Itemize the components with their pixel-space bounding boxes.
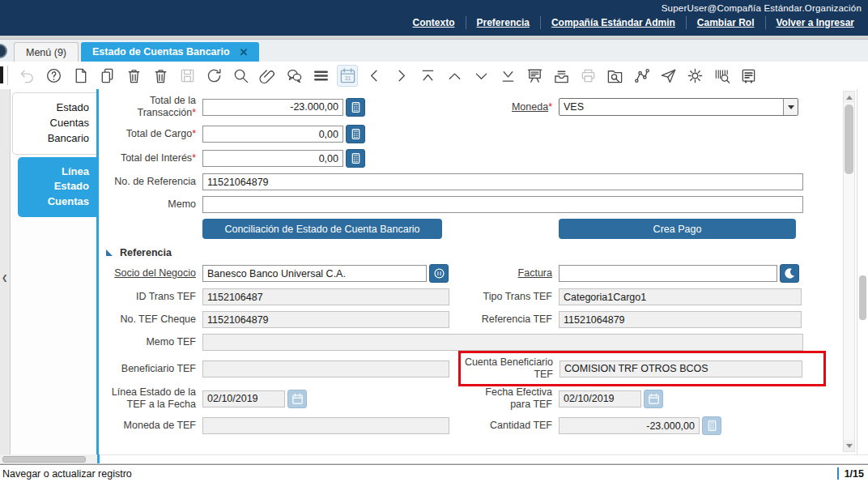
toolbar-chat-button[interactable] bbox=[283, 65, 304, 87]
memo-input[interactable] bbox=[202, 196, 803, 213]
sidebar-tab-estado-cuentas-bancario[interactable]: Estado Cuentas Bancario bbox=[12, 92, 96, 155]
horizontal-scroll-strip bbox=[0, 454, 868, 464]
crea-pago-button[interactable]: Crea Pago bbox=[559, 219, 796, 239]
toolbar-preference-button[interactable] bbox=[684, 65, 705, 87]
topbar-link-volver-a-ingresar[interactable]: Volver a Ingresar bbox=[766, 16, 866, 29]
toolbar-calendar-button: 31 bbox=[337, 65, 358, 87]
topbar-link-cambiar-rol[interactable]: Cambiar Rol bbox=[687, 16, 766, 29]
toolbar-attachment-button[interactable] bbox=[257, 65, 278, 87]
toolbar-report-button[interactable] bbox=[604, 65, 625, 87]
undo-icon bbox=[19, 67, 36, 84]
annotation-red-box: Cuenta Beneficiario TEF bbox=[458, 351, 826, 386]
window-vertical-scrollbar[interactable] bbox=[857, 89, 868, 454]
workflow-icon bbox=[633, 67, 650, 84]
fecha-efectiva-tef-input bbox=[559, 390, 641, 407]
total-cargo-input[interactable] bbox=[202, 126, 343, 143]
id-trans-tef-input bbox=[202, 288, 449, 305]
socio-negocio-info-button[interactable] bbox=[429, 264, 449, 283]
factura-zoom-button[interactable] bbox=[780, 264, 799, 283]
label-factura[interactable]: Factura bbox=[463, 267, 552, 279]
toolbar-find-button[interactable] bbox=[230, 65, 251, 87]
moneda-tef-input bbox=[202, 417, 449, 434]
last-record-icon bbox=[500, 67, 517, 84]
linea-estado-tef-fecha-input bbox=[202, 390, 285, 407]
toolbar-request-button[interactable] bbox=[657, 65, 679, 87]
top-bar: SuperUser@Compañía Estándar.Organización… bbox=[0, 0, 868, 36]
help-icon bbox=[45, 67, 62, 84]
sidebar-tab-linea-estado-cuentas[interactable]: Línea Estado Cuentas bbox=[18, 157, 96, 218]
form-hscroll-track[interactable] bbox=[100, 454, 868, 463]
detail-tab-strip: Estado Cuentas Bancario Línea Estado Cue… bbox=[11, 89, 96, 454]
total-interes-input[interactable] bbox=[202, 150, 343, 167]
toolbar-detail-record-button[interactable] bbox=[390, 65, 411, 87]
label-moneda[interactable]: Moneda* bbox=[463, 101, 552, 113]
refresh-icon bbox=[206, 67, 223, 84]
calendar-icon bbox=[648, 393, 660, 405]
record-separator bbox=[837, 467, 839, 480]
scrollbar-thumb[interactable] bbox=[845, 105, 853, 174]
cantidad-tef-calculator-button bbox=[702, 416, 721, 435]
total-interes-calculator-button[interactable] bbox=[346, 149, 365, 168]
toolbar-archive-button[interactable] bbox=[551, 65, 572, 87]
toolbar-last-record-button[interactable] bbox=[497, 65, 518, 87]
total-cargo-calculator-button[interactable] bbox=[346, 125, 365, 143]
archive-icon bbox=[553, 67, 570, 84]
toolbar-drag-handle[interactable] bbox=[0, 66, 3, 83]
no-referencia-input[interactable] bbox=[202, 173, 803, 190]
toolbar-product-info-button[interactable] bbox=[711, 65, 732, 87]
tab-menu[interactable]: Menú (9) bbox=[14, 42, 79, 62]
toolbar-refresh-button[interactable] bbox=[203, 65, 224, 87]
socio-negocio-input[interactable] bbox=[202, 265, 427, 282]
collapse-triangle-icon bbox=[106, 250, 113, 256]
detail-record-icon bbox=[393, 67, 410, 84]
toolbar-copy-record-button[interactable] bbox=[96, 65, 117, 87]
attachment-icon bbox=[259, 67, 276, 84]
scroll-up-icon[interactable] bbox=[844, 92, 854, 103]
window-tab-bar: Menú (9) Estado de Cuentas Bancario ✕ bbox=[0, 40, 868, 62]
toolbar-delete-selection-button[interactable] bbox=[150, 65, 171, 87]
tab-estado-de-cuentas-bancario[interactable]: Estado de Cuentas Bancario ✕ bbox=[81, 42, 259, 62]
topbar-link-contexto[interactable]: Contexto bbox=[402, 16, 466, 29]
total-transaccion-input[interactable] bbox=[202, 99, 343, 116]
toolbar-first-record-button[interactable] bbox=[417, 65, 438, 87]
moneda-select[interactable]: VES bbox=[559, 98, 798, 116]
referencia-section-header[interactable]: Referencia bbox=[100, 247, 816, 258]
toolbar-grid-toggle-button[interactable] bbox=[310, 65, 331, 87]
conciliacion-button[interactable]: Conciliación de Estado de Cuenta Bancari… bbox=[202, 219, 442, 239]
record-form: Total de la Transacción* Moneda* VES Tot… bbox=[99, 93, 868, 435]
new-record-icon bbox=[72, 67, 89, 84]
label-total-transaccion: Total de la Transacción* bbox=[100, 95, 196, 119]
linea-estado-tef-fecha-calendar-button bbox=[287, 390, 307, 408]
total-transaccion-calculator-button[interactable] bbox=[346, 98, 365, 117]
form-vertical-scrollbar[interactable] bbox=[843, 91, 855, 452]
toolbar-history-button[interactable] bbox=[524, 65, 545, 87]
tab-label: Estado de Cuentas Bancario bbox=[92, 46, 230, 58]
toolbar-workflow-button[interactable] bbox=[631, 65, 652, 87]
window-body: ❮ Estado Cuentas Bancario Línea Estado C… bbox=[0, 89, 868, 454]
topbar-link-compa-a-est-ndar-admin[interactable]: Compañía Estándar Admin bbox=[541, 16, 687, 29]
hscroll-thumb[interactable] bbox=[2, 456, 86, 463]
preference-icon bbox=[687, 67, 704, 84]
chevron-down-icon[interactable] bbox=[783, 99, 798, 115]
toolbar-undo-button bbox=[16, 65, 37, 87]
label-fecha-efectiva-tef: Fecha Efectiva para TEF bbox=[463, 386, 552, 411]
toolbar-previous-record-button[interactable] bbox=[444, 65, 465, 87]
close-icon[interactable]: ✕ bbox=[240, 46, 249, 58]
toolbar-new-record-button[interactable] bbox=[70, 65, 91, 87]
toolbar-parent-record-button[interactable] bbox=[364, 65, 385, 87]
scroll-down-icon[interactable] bbox=[844, 440, 854, 451]
toolbar-next-record-button[interactable] bbox=[470, 65, 491, 87]
toolbar-help-button[interactable] bbox=[43, 65, 64, 87]
window-scrollbar-thumb[interactable] bbox=[859, 275, 866, 320]
topbar-link-preferencia[interactable]: Preferencia bbox=[466, 16, 541, 29]
label-socio-negocio[interactable]: Socio del Negocio bbox=[100, 267, 196, 279]
grid-toggle-icon bbox=[313, 67, 330, 84]
toolbar-delete-record-button[interactable] bbox=[123, 65, 144, 87]
label-total-interes: Total del Interés* bbox=[100, 152, 196, 164]
collapse-panel-icon[interactable]: ❮ bbox=[2, 274, 8, 282]
previous-record-icon bbox=[446, 67, 463, 84]
label-cuenta-beneficiario-tef: Cuenta Beneficiario TEF bbox=[464, 356, 553, 381]
left-collapse-gutter: ❮ bbox=[0, 89, 11, 454]
factura-input[interactable] bbox=[559, 265, 777, 282]
toolbar-quick-form-button[interactable] bbox=[738, 65, 759, 87]
